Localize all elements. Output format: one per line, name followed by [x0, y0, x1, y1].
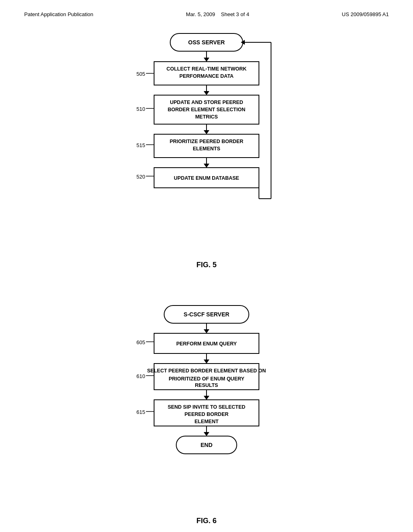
svg-text:610: 610	[136, 373, 145, 379]
svg-text:RESULTS: RESULTS	[195, 382, 218, 388]
svg-text:PRIORITIZE PEERED BORDER: PRIORITIZE PEERED BORDER	[170, 139, 244, 144]
header-left: Patent Application Publication	[24, 11, 93, 17]
svg-text:BORDER ELEMENT SELECTION: BORDER ELEMENT SELECTION	[168, 107, 245, 112]
svg-text:615: 615	[136, 409, 145, 415]
svg-text:PERFORM ENUM QUERY: PERFORM ENUM QUERY	[176, 341, 237, 347]
svg-text:S-CSCF SERVER: S-CSCF SERVER	[184, 311, 229, 318]
svg-text:ELEMENTS: ELEMENTS	[193, 146, 220, 152]
svg-text:SELECT PEERED BORDER ELEMENT B: SELECT PEERED BORDER ELEMENT BASED ON	[147, 368, 266, 374]
svg-text:OSS SERVER: OSS SERVER	[188, 39, 225, 46]
header-right: US 2009/059895 A1	[342, 11, 389, 17]
svg-text:METRICS: METRICS	[195, 114, 218, 120]
header: Patent Application Publication Mar. 5, 2…	[0, 0, 413, 17]
svg-marker-60	[204, 432, 209, 436]
svg-text:PRIORITIZED OF ENUM QUERY: PRIORITIZED OF ENUM QUERY	[169, 376, 244, 382]
svg-text:ELEMENT: ELEMENT	[194, 419, 219, 424]
svg-text:510: 510	[136, 106, 145, 112]
fig5-svg: OSS SERVER COLLECT REAL-TIME NETWORK PER…	[102, 29, 311, 255]
svg-text:605: 605	[136, 339, 145, 345]
fig5-label: FIG. 5	[196, 261, 217, 269]
svg-marker-38	[204, 329, 209, 333]
fig5-diagram: OSS SERVER COLLECT REAL-TIME NETWORK PER…	[24, 29, 389, 269]
svg-marker-18	[204, 130, 209, 134]
svg-marker-44	[204, 360, 209, 364]
svg-text:UPDATE ENUM DATABASE: UPDATE ENUM DATABASE	[174, 175, 239, 181]
svg-marker-3	[204, 58, 209, 62]
fig6-label: FIG. 6	[196, 517, 217, 525]
svg-text:515: 515	[136, 142, 145, 148]
fig6-diagram: S-CSCF SERVER PERFORM ENUM QUERY 605 SEL…	[24, 301, 389, 525]
svg-text:520: 520	[136, 174, 145, 180]
svg-text:COLLECT REAL-TIME NETWORK: COLLECT REAL-TIME NETWORK	[167, 66, 247, 72]
svg-text:UPDATE AND STORE PEERED: UPDATE AND STORE PEERED	[170, 100, 243, 105]
svg-marker-25	[204, 164, 209, 168]
svg-text:PEERED BORDER: PEERED BORDER	[184, 411, 228, 417]
svg-marker-52	[204, 396, 209, 400]
header-center: Mar. 5, 2009 Sheet 3 of 4	[186, 11, 249, 17]
svg-text:END: END	[200, 442, 213, 448]
svg-text:505: 505	[136, 71, 145, 77]
svg-text:SEND SIP INVITE TO SELECTED: SEND SIP INVITE TO SELECTED	[168, 404, 246, 410]
svg-marker-10	[204, 91, 209, 95]
fig6-svg: S-CSCF SERVER PERFORM ENUM QUERY 605 SEL…	[102, 301, 311, 511]
svg-text:PERFORMANCE DATA: PERFORMANCE DATA	[179, 73, 234, 79]
